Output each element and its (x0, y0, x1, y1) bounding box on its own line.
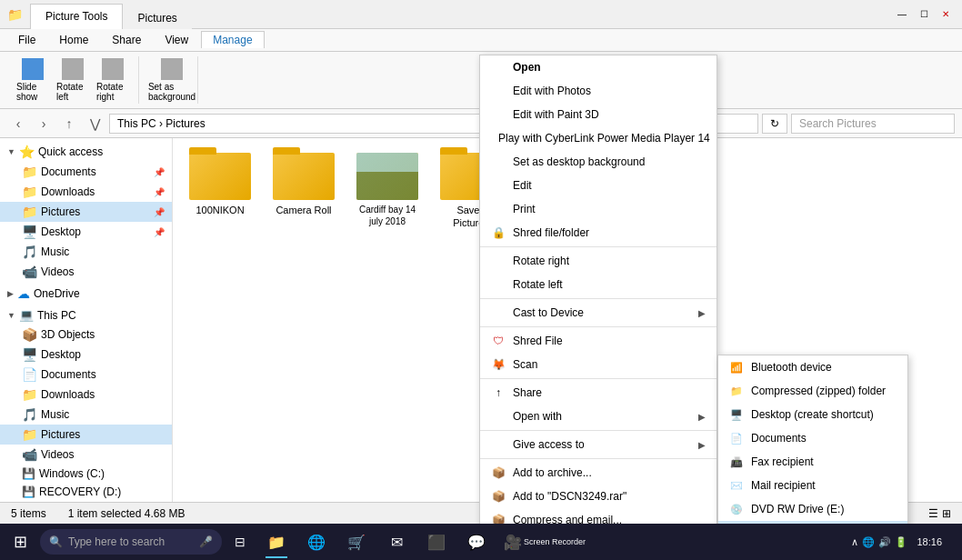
taskbar-mic-icon[interactable]: 🎤 (199, 535, 213, 548)
ctx-give-access[interactable]: Give access to ▶ (480, 433, 716, 456)
sidebar-item-windows-c[interactable]: 💾 Windows (C:) (0, 465, 172, 483)
ctx-print[interactable]: Print (480, 197, 716, 221)
dvd-icon: 💿 (729, 502, 744, 516)
ctx-edit-photos[interactable]: Edit with Photos (480, 79, 716, 103)
taskbar-app-mail[interactable]: ✉ (378, 525, 415, 558)
submenu-zipped[interactable]: 📁 Compressed (zipped) folder (718, 379, 907, 403)
status-count: 5 items (11, 507, 46, 520)
submenu-mail[interactable]: ✉️ Mail recipient (718, 474, 907, 497)
back-button[interactable]: ‹ (7, 113, 29, 135)
submenu-documents-icon: 📄 (729, 431, 744, 445)
ctx-cast-arrow: ▶ (698, 308, 706, 318)
sidebar-item-videos[interactable]: 📹 Videos (0, 262, 172, 282)
submenu-documents[interactable]: 📄 Documents (718, 426, 907, 450)
tab-pictures[interactable]: Pictures (123, 7, 191, 29)
ctx-shred-file[interactable]: 🛡 Shred File (480, 329, 716, 353)
desktop-shortcut-icon: 🖥️ (729, 407, 744, 422)
file-item-cardiff-bay[interactable]: Cardiff bay 14 july 2018 (351, 149, 424, 234)
close-button[interactable]: ✕ (937, 5, 955, 24)
ribbon-btn-set-background[interactable]: Set as background (154, 56, 190, 104)
file-item-100nikon[interactable]: 100NIKON (184, 149, 256, 234)
ribbon-tab-file[interactable]: File (7, 32, 46, 48)
taskbar-search[interactable]: 🔍 Type here to search 🎤 (40, 529, 222, 555)
ctx-set-desktop[interactable]: Set as desktop background (480, 150, 716, 174)
file-item-camera-roll[interactable]: Camera Roll (267, 149, 340, 234)
quick-access-label: Quick access (38, 145, 103, 158)
sidebar-item-music[interactable]: 🎵 Music (0, 242, 172, 262)
search-box[interactable]: Search Pictures (791, 114, 955, 134)
ctx-scan[interactable]: 🦊 Scan (480, 353, 716, 376)
ctx-rotate-left-icon (491, 277, 506, 292)
ctx-open[interactable]: Open (480, 55, 716, 79)
title-bar-left: 📁 Picture Tools Pictures (7, 0, 192, 29)
sidebar-item-desktop[interactable]: 🖥️ Desktop 📌 (0, 222, 172, 242)
ctx-cast-to[interactable]: Cast to Device ▶ (480, 301, 716, 325)
submenu-fax[interactable]: 📠 Fax recipient (718, 450, 907, 474)
tab-picture-tools[interactable]: Picture Tools (30, 4, 123, 29)
mail-taskbar-icon: ✉ (391, 534, 403, 551)
show-desktop-button[interactable] (951, 525, 958, 558)
sidebar-quick-access-header[interactable]: ▼ ⭐ Quick access (0, 142, 172, 162)
ctx-edit[interactable]: Edit (480, 174, 716, 197)
ribbon-tab-manage[interactable]: Manage (201, 31, 264, 48)
submenu-desktop-shortcut[interactable]: 🖥️ Desktop (create shortcut) (718, 403, 907, 426)
sidebar-item-recovery-d[interactable]: 💾 RECOVERY (D:) (0, 483, 172, 501)
sidebar-item-documents[interactable]: 📁 Documents 📌 (0, 162, 172, 182)
up-button[interactable]: ↑ (58, 113, 80, 135)
desktop-folder-icon: 🖥️ (22, 225, 37, 239)
task-view-button[interactable]: ⊟ (225, 525, 255, 558)
sidebar-item-pictures[interactable]: 📁 Pictures 📌 (0, 202, 172, 222)
taskbar-app-explorer[interactable]: 📁 (258, 525, 295, 558)
ctx-add-archive[interactable]: 📦 Add to archive... (480, 461, 716, 485)
ribbon-tab-view[interactable]: View (154, 32, 199, 48)
ctx-shred-file-folder[interactable]: 🔒 Shred file/folder (480, 221, 716, 245)
sidebar-item-3d-objects[interactable]: 📦 3D Objects (0, 325, 172, 345)
sidebar-this-pc-header[interactable]: ▼ 💻 This PC (0, 305, 172, 325)
taskbar: ⊞ 🔍 Type here to search 🎤 ⊟ 📁 🌐 🛒 ✉ ⬛ 💬 … (0, 524, 962, 560)
taskbar-app-media[interactable]: ⬛ (418, 525, 455, 558)
ctx-rotate-left[interactable]: Rotate left (480, 273, 716, 296)
ctx-shred-icon: 🔒 (491, 225, 506, 240)
taskbar-time[interactable]: 18:16 (911, 535, 947, 548)
tray-sound-icon[interactable]: 🔊 (878, 536, 891, 548)
taskbar-app-recorder[interactable]: 🎥 Screen Recorder (498, 525, 591, 558)
tray-network-icon[interactable]: 🌐 (862, 536, 875, 548)
grid-view-icon[interactable]: ⊞ (942, 507, 951, 520)
sidebar-item-downloads[interactable]: 📁 Downloads 📌 (0, 182, 172, 202)
sidebar-item-desktop-pc[interactable]: 🖥️ Desktop (0, 345, 172, 365)
submenu-dvd[interactable]: 💿 DVD RW Drive (E:) (718, 497, 907, 521)
list-view-icon[interactable]: ☰ (928, 507, 938, 520)
ctx-open-with[interactable]: Open with ▶ (480, 405, 716, 428)
refresh-button[interactable]: ↻ (762, 114, 787, 134)
sidebar-item-documents-pc[interactable]: 📄 Documents (0, 365, 172, 385)
ribbon-btn-rotate-right[interactable]: Rotate right (95, 56, 131, 104)
taskbar-app-chat[interactable]: 💬 (458, 525, 495, 558)
ribbon-tab-home[interactable]: Home (48, 32, 99, 48)
start-button[interactable]: ⊞ (4, 525, 36, 558)
ribbon-tab-share[interactable]: Share (101, 32, 152, 48)
ctx-play-cyberlink[interactable]: Play with CyberLink Power Media Player 1… (480, 126, 716, 150)
windows-logo: ⊞ (14, 532, 27, 552)
taskbar-app-edge[interactable]: 🌐 (298, 525, 335, 558)
ctx-add-rar[interactable]: 📦 Add to "DSCN3249.rar" (480, 485, 716, 508)
sidebar-item-downloads-pc[interactable]: 📁 Downloads (0, 385, 172, 405)
sidebar-item-pictures-pc[interactable]: 📁 Pictures (0, 425, 172, 445)
taskbar-app-store[interactable]: 🛒 (338, 525, 375, 558)
ctx-share[interactable]: ↑ Share (480, 381, 716, 405)
videos-pc-icon: 📹 (22, 447, 37, 462)
recent-button[interactable]: ⋁ (84, 113, 105, 135)
sidebar-item-videos-pc[interactable]: 📹 Videos (0, 445, 172, 465)
ribbon-btn-slideshow[interactable]: Slide show (15, 56, 51, 104)
maximize-button[interactable]: ☐ (915, 5, 933, 24)
minimize-button[interactable]: — (893, 5, 911, 24)
sidebar-item-music-pc[interactable]: 🎵 Music (0, 405, 172, 425)
file-label-camera-roll: Camera Roll (276, 204, 331, 216)
submenu-bluetooth[interactable]: 📶 Bluetooth device (718, 355, 907, 379)
onedrive-icon: ☁ (17, 286, 30, 301)
ctx-edit-paint3d[interactable]: Edit with Paint 3D (480, 103, 716, 126)
ribbon-btn-rotate-left[interactable]: Rotate left (55, 56, 91, 104)
tray-arrow[interactable]: ∧ (851, 536, 858, 548)
sidebar-onedrive-header[interactable]: ▶ ☁ OneDrive (0, 284, 172, 304)
forward-button[interactable]: › (33, 113, 55, 135)
ctx-rotate-right[interactable]: Rotate right (480, 249, 716, 273)
